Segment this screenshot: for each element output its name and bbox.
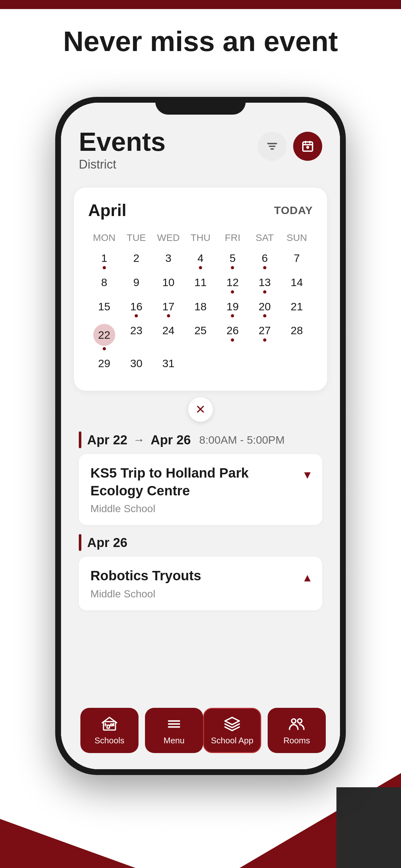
close-button-wrap: ✕ bbox=[61, 397, 340, 422]
calendar-day-header: SUN bbox=[281, 229, 313, 248]
calendar-day-cell[interactable]: 1 bbox=[88, 248, 120, 273]
calendar-day-cell[interactable]: 4 bbox=[184, 248, 216, 273]
event-expand-button[interactable]: ▾ bbox=[304, 467, 311, 482]
event-item[interactable]: Robotics TryoutsMiddle School▴ bbox=[79, 557, 322, 610]
nav-schools-label: Schools bbox=[95, 736, 125, 746]
calendar-day-cell[interactable]: 7 bbox=[281, 248, 313, 273]
svg-point-7 bbox=[307, 147, 309, 148]
calendar-day-header: SAT bbox=[249, 229, 281, 248]
calendar-day-cell[interactable]: 8 bbox=[88, 273, 120, 297]
calendar-day-cell[interactable]: 6 bbox=[249, 248, 281, 273]
calendar-day-cell[interactable]: 26 bbox=[217, 321, 249, 353]
event-date-start: Apr 22 bbox=[87, 433, 127, 447]
calendar-day-cell[interactable]: 9 bbox=[120, 273, 152, 297]
calendar-card: April TODAY MONTUEWEDTHUFRISATSUN 123456… bbox=[74, 188, 327, 391]
svg-rect-11 bbox=[111, 724, 113, 726]
calendar-day-cell[interactable]: 12 bbox=[217, 273, 249, 297]
calendar-day-cell[interactable]: 24 bbox=[152, 321, 184, 353]
event-item-content: KS5 Trip to Holland Park Ecology CentreM… bbox=[90, 464, 304, 515]
calendar-day-cell[interactable]: 28 bbox=[281, 321, 313, 353]
svg-point-18 bbox=[291, 719, 296, 723]
calendar-day-cell[interactable]: 16 bbox=[120, 297, 152, 321]
nav-right: School App Rooms bbox=[203, 708, 326, 753]
close-calendar-button[interactable]: ✕ bbox=[188, 397, 213, 422]
event-date-arrow-icon: → bbox=[133, 433, 145, 446]
calendar-day-cell[interactable]: 23 bbox=[120, 321, 152, 353]
calendar-header: April TODAY bbox=[88, 200, 313, 220]
top-bar bbox=[0, 0, 401, 9]
calendar-day-header: MON bbox=[88, 229, 120, 248]
calendar-day-header: WED bbox=[152, 229, 184, 248]
svg-rect-9 bbox=[107, 725, 110, 728]
calendar-day-cell[interactable]: 3 bbox=[152, 248, 184, 273]
event-title: Robotics Tryouts bbox=[90, 567, 201, 585]
calendar-day-cell[interactable]: 17 bbox=[152, 297, 184, 321]
calendar-cells[interactable]: 1234567891011121314151617181920212223242… bbox=[88, 248, 313, 378]
screen-content: Events District bbox=[61, 103, 340, 769]
calendar-day-cell[interactable]: 2 bbox=[120, 248, 152, 273]
svg-point-19 bbox=[298, 719, 302, 723]
calendar-day-cell[interactable]: 10 bbox=[152, 273, 184, 297]
calendar-day-cell bbox=[184, 353, 216, 378]
bg-deco-corner bbox=[336, 787, 401, 868]
event-item[interactable]: KS5 Trip to Holland Park Ecology CentreM… bbox=[79, 454, 322, 525]
calendar-day-cell[interactable]: 13 bbox=[249, 273, 281, 297]
calendar-day-cell bbox=[249, 353, 281, 378]
header-buttons bbox=[258, 132, 322, 161]
event-title: KS5 Trip to Holland Park Ecology Centre bbox=[90, 464, 304, 500]
calendar-day-cell[interactable]: 25 bbox=[184, 321, 216, 353]
event-school: Middle School bbox=[90, 588, 201, 600]
event-date-end: Apr 26 bbox=[151, 433, 191, 447]
page-headline: Never miss an event bbox=[0, 26, 401, 57]
calendar-day-cell[interactable]: 20 bbox=[249, 297, 281, 321]
calendar-day-cell[interactable]: 5 bbox=[217, 248, 249, 273]
events-list: Apr 22→Apr 268:00AM - 5:00PMKS5 Trip to … bbox=[61, 428, 340, 623]
nav-left: Schools Menu bbox=[81, 708, 203, 753]
event-date-bar: Apr 26 bbox=[79, 534, 322, 551]
calendar-day-cell bbox=[281, 353, 313, 378]
app-subtitle: District bbox=[79, 158, 166, 172]
calendar-day-cell[interactable]: 29 bbox=[88, 353, 120, 378]
event-expand-button[interactable]: ▴ bbox=[304, 569, 311, 585]
event-date-indicator bbox=[79, 534, 81, 551]
calendar-day-header: THU bbox=[184, 229, 216, 248]
calendar-day-cell bbox=[217, 353, 249, 378]
nav-rooms-label: Rooms bbox=[283, 736, 310, 746]
calendar-day-cell[interactable]: 18 bbox=[184, 297, 216, 321]
calendar-day-cell[interactable]: 27 bbox=[249, 321, 281, 353]
calendar-button[interactable] bbox=[293, 132, 322, 161]
nav-menu-button[interactable]: Menu bbox=[145, 708, 203, 753]
nav-school-app-button[interactable]: School App bbox=[203, 708, 261, 753]
event-time: 8:00AM - 5:00PM bbox=[199, 434, 285, 446]
event-date-bar: Apr 22→Apr 268:00AM - 5:00PM bbox=[79, 431, 322, 448]
nav-schools-button[interactable]: Schools bbox=[81, 708, 138, 753]
phone-screen: Events District bbox=[61, 103, 340, 769]
event-item-content: Robotics TryoutsMiddle School bbox=[90, 567, 201, 600]
calendar-day-cell[interactable]: 11 bbox=[184, 273, 216, 297]
svg-marker-17 bbox=[225, 717, 240, 724]
calendar-day-cell[interactable]: 31 bbox=[152, 353, 184, 378]
nav-menu-label: Menu bbox=[163, 736, 184, 746]
calendar-day-cell[interactable]: 15 bbox=[88, 297, 120, 321]
calendar-day-cell[interactable]: 14 bbox=[281, 273, 313, 297]
calendar-day-header: FRI bbox=[217, 229, 249, 248]
phone-notch bbox=[155, 97, 246, 115]
calendar-day-cell[interactable]: 22 bbox=[88, 321, 120, 353]
calendar-day-headers: MONTUEWEDTHUFRISATSUN bbox=[88, 229, 313, 248]
phone-mockup: Events District bbox=[55, 97, 346, 775]
nav-rooms-button[interactable]: Rooms bbox=[268, 708, 326, 753]
calendar-day-cell[interactable]: 19 bbox=[217, 297, 249, 321]
calendar-day-header: TUE bbox=[120, 229, 152, 248]
calendar-day-cell[interactable]: 30 bbox=[120, 353, 152, 378]
bottom-nav: Schools Menu bbox=[61, 698, 340, 769]
event-date-indicator bbox=[79, 431, 81, 448]
event-date-start: Apr 26 bbox=[87, 535, 127, 550]
filter-button[interactable] bbox=[258, 132, 287, 161]
calendar-month: April bbox=[88, 200, 126, 220]
today-button[interactable]: TODAY bbox=[274, 204, 313, 217]
app-title: Events bbox=[79, 128, 166, 155]
nav-school-app-label: School App bbox=[211, 736, 253, 746]
calendar-day-cell[interactable]: 21 bbox=[281, 297, 313, 321]
event-school: Middle School bbox=[90, 503, 304, 515]
header-title-group: Events District bbox=[79, 128, 166, 172]
